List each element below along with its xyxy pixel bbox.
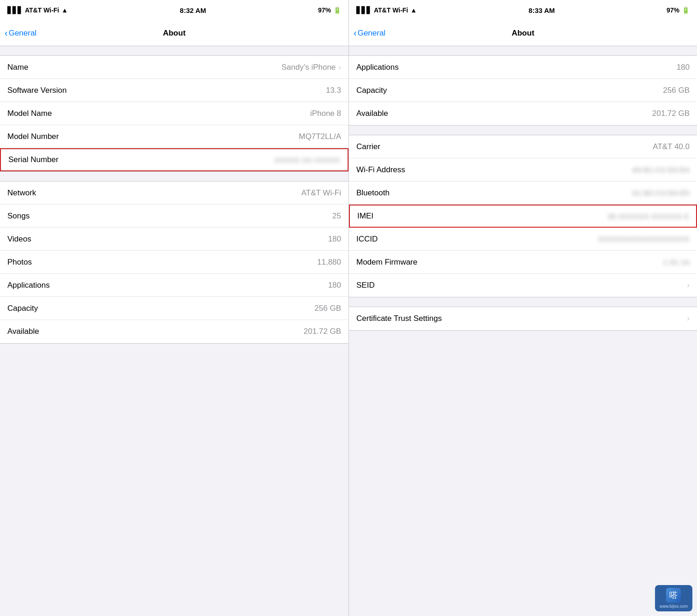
- row-carrier: Carrier AT&T 40.0: [349, 135, 697, 158]
- status-bar-left: ▋▋▋ AT&T Wi-Fi ▲ 8:32 AM 97% 🔋: [0, 0, 348, 20]
- row-songs-value: 25: [332, 211, 341, 221]
- row-serial-number-value: XXXXX·XX·XXXXX: [275, 156, 340, 164]
- row-seid-value: ›: [687, 281, 690, 290]
- back-label-right: General: [358, 29, 385, 38]
- row-bluetooth-label: Bluetooth: [356, 188, 390, 198]
- wifi-icon-right: ▲: [410, 6, 417, 14]
- battery-percent: 97%: [318, 6, 331, 14]
- row-capacity-value-r: 256 GB: [663, 86, 690, 95]
- row-capacity-r: Capacity 256 GB: [349, 79, 697, 102]
- row-available-label-r: Available: [356, 109, 388, 118]
- row-imei-value: 35·XXXXXX·XXXXXX·0: [607, 212, 689, 220]
- row-iccid-label: ICCID: [356, 235, 378, 244]
- row-carrier-label: Carrier: [356, 142, 380, 151]
- carrier-label-right: AT&T Wi-Fi: [374, 6, 408, 14]
- settings-group-2-right: Carrier AT&T 40.0 Wi-Fi Address A0:B1:C2…: [349, 135, 697, 297]
- watermark: 嗒 www.bijixx.com: [655, 585, 692, 611]
- back-button-left[interactable]: ‹ General: [5, 29, 36, 38]
- row-available-r: Available 201.72 GB: [349, 102, 697, 125]
- back-button-right[interactable]: ‹ General: [354, 29, 385, 38]
- row-photos: Photos 11,880: [0, 251, 348, 274]
- row-photos-value: 11,880: [317, 258, 341, 267]
- row-available-value-r: 201.72 GB: [652, 109, 690, 118]
- nav-bar-right: ‹ General About: [349, 20, 697, 46]
- row-software-version-value: 13.3: [326, 86, 341, 95]
- nav-bar-left: ‹ General About: [0, 20, 348, 46]
- row-name-chevron: ›: [338, 63, 341, 72]
- row-serial-number-label: Serial Number: [8, 155, 59, 164]
- signal-icon: ▋▋▋: [7, 6, 23, 14]
- row-cert-trust-chevron: ›: [687, 314, 690, 323]
- status-bar-right: ▋▋▋ AT&T Wi-Fi ▲ 8:33 AM 97% 🔋: [349, 0, 697, 20]
- row-videos-label: Videos: [7, 235, 31, 244]
- row-songs: Songs 25: [0, 205, 348, 228]
- page-title-right: About: [511, 29, 534, 38]
- row-seid-label: SEID: [356, 281, 375, 290]
- settings-group-1-right: Applications 180 Capacity 256 GB Availab…: [349, 55, 697, 126]
- row-network-label: Network: [7, 188, 36, 198]
- row-modem-firmware: Modem Firmware 1.01.14: [349, 251, 697, 274]
- row-modem-firmware-value: 1.01.14: [663, 258, 690, 266]
- row-wifi-address-value: A0:B1:C2:D3:E4: [632, 166, 690, 174]
- status-right: 97% 🔋: [318, 6, 341, 14]
- row-wifi-address-label: Wi-Fi Address: [356, 165, 405, 175]
- battery-icon-right: 🔋: [682, 6, 690, 14]
- row-model-name-value: iPhone 8: [310, 109, 341, 118]
- row-model-number-label: Model Number: [7, 132, 59, 141]
- status-right-right: 97% 🔋: [667, 6, 690, 14]
- page-title-left: About: [163, 29, 186, 38]
- row-model-number-value: MQ7T2LL/A: [299, 132, 341, 141]
- row-capacity: Capacity 256 GB: [0, 297, 348, 320]
- row-software-version: Software Version 13.3: [0, 79, 348, 102]
- row-imei: IMEI 35·XXXXXX·XXXXXX·0: [349, 205, 697, 228]
- row-applications-label-r: Applications: [356, 63, 399, 72]
- back-label-left: General: [9, 29, 36, 38]
- settings-group-1-left: Name Sandy's iPhone › Software Version 1…: [0, 55, 348, 172]
- row-imei-label: IMEI: [357, 211, 373, 221]
- time-label: 8:32 AM: [180, 6, 206, 14]
- signal-icon-right: ▋▋▋: [356, 6, 372, 14]
- row-bluetooth: Bluetooth A1:B2:C3:D4:E5: [349, 181, 697, 205]
- row-carrier-value: AT&T 40.0: [653, 142, 690, 151]
- row-available-value: 201.72 GB: [304, 327, 341, 336]
- back-chevron-icon-right: ‹: [354, 28, 357, 37]
- row-model-number: Model Number MQ7T2LL/A: [0, 125, 348, 148]
- row-serial-number: Serial Number XXXXX·XX·XXXXX: [0, 148, 348, 171]
- row-software-version-label: Software Version: [7, 86, 67, 95]
- panel-right: ▋▋▋ AT&T Wi-Fi ▲ 8:33 AM 97% 🔋 ‹ General…: [348, 0, 697, 616]
- row-capacity-label-r: Capacity: [356, 86, 387, 95]
- row-capacity-value: 256 GB: [314, 304, 341, 313]
- row-videos: Videos 180: [0, 228, 348, 251]
- row-iccid-value: XXXXXXXXXXXXXXXXXX: [598, 235, 690, 243]
- row-bluetooth-value: A1:B2:C3:D4:E5: [632, 189, 690, 197]
- row-name-value: Sandy's iPhone ›: [282, 63, 341, 72]
- panel-left: ▋▋▋ AT&T Wi-Fi ▲ 8:32 AM 97% 🔋 ‹ General…: [0, 0, 348, 616]
- row-applications: Applications 180: [0, 274, 348, 297]
- row-modem-firmware-label: Modem Firmware: [356, 258, 417, 267]
- row-seid[interactable]: SEID ›: [349, 274, 697, 297]
- row-model-name-label: Model Name: [7, 109, 52, 118]
- row-applications-r: Applications 180: [349, 56, 697, 79]
- wifi-icon: ▲: [61, 6, 68, 14]
- back-chevron-icon: ‹: [5, 28, 8, 37]
- battery-icon: 🔋: [333, 6, 341, 14]
- settings-group-2-left: Network AT&T Wi-Fi Songs 25 Videos 180 P…: [0, 181, 348, 344]
- row-name[interactable]: Name Sandy's iPhone ›: [0, 56, 348, 79]
- row-applications-label: Applications: [7, 281, 50, 290]
- row-available: Available 201.72 GB: [0, 320, 348, 343]
- row-applications-value-r: 180: [677, 63, 690, 72]
- row-cert-trust-label: Certificate Trust Settings: [356, 314, 442, 323]
- row-songs-label: Songs: [7, 211, 30, 221]
- row-network-value: AT&T Wi-Fi: [301, 188, 341, 198]
- row-cert-trust-value: ›: [687, 314, 690, 323]
- row-photos-label: Photos: [7, 258, 32, 267]
- row-capacity-label: Capacity: [7, 304, 38, 313]
- watermark-logo: 嗒: [666, 588, 681, 603]
- settings-group-3-right: Certificate Trust Settings ›: [349, 307, 697, 331]
- row-videos-value: 180: [328, 235, 341, 244]
- watermark-site: www.bijixx.com: [660, 604, 688, 609]
- row-name-label: Name: [7, 63, 28, 72]
- carrier-label: AT&T Wi-Fi: [25, 6, 59, 14]
- row-cert-trust[interactable]: Certificate Trust Settings ›: [349, 307, 697, 330]
- battery-percent-right: 97%: [667, 6, 679, 14]
